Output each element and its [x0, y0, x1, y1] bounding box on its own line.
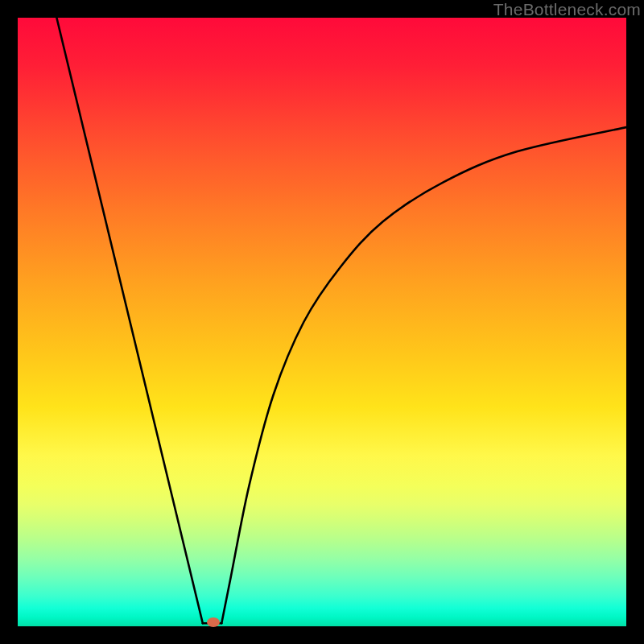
curve-left-branch — [56, 18, 202, 623]
plot-area — [18, 18, 626, 626]
bottleneck-curve — [18, 18, 626, 626]
watermark-text: TheBottleneck.com — [493, 0, 641, 19]
curve-right-branch — [221, 127, 626, 623]
chart-frame: TheBottleneck.com — [0, 0, 644, 644]
